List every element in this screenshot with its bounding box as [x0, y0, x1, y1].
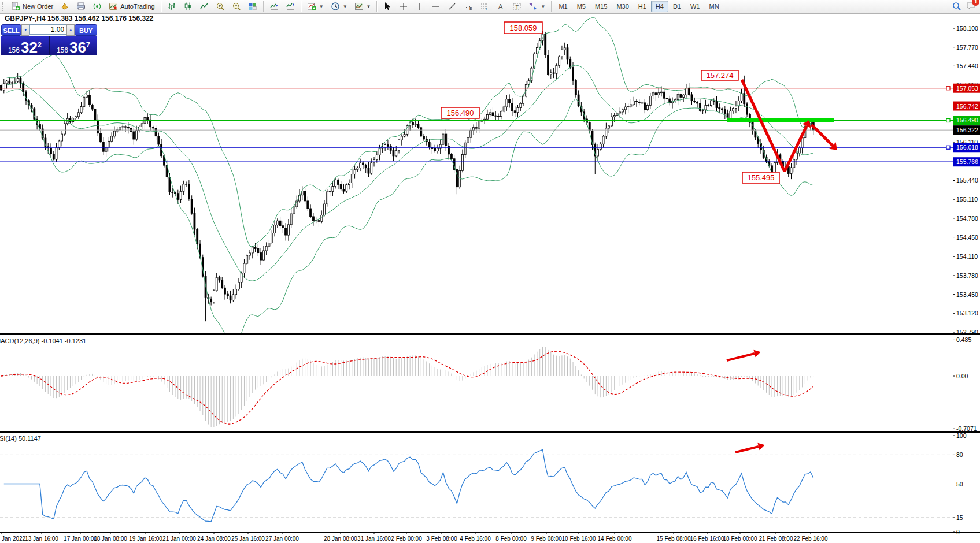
market-watch-button[interactable] — [57, 0, 73, 13]
toolbar-grip[interactable] — [2, 2, 6, 11]
new-order-button[interactable]: New Order — [8, 0, 57, 13]
fibonacci-tool-button[interactable]: F — [476, 0, 493, 13]
zoom-in-button[interactable] — [212, 0, 228, 13]
autotrading-button[interactable]: AutoTrading — [105, 0, 158, 13]
svg-text:156.018: 156.018 — [956, 144, 978, 151]
svg-text:156.490: 156.490 — [956, 117, 978, 124]
vertical-line-tool-button[interactable] — [412, 0, 428, 13]
svg-text:17 Jan 00:00: 17 Jan 00:00 — [64, 535, 97, 542]
chart-shift-icon — [286, 2, 295, 11]
autotrading-label: AutoTrading — [120, 3, 155, 10]
main-toolbar: New Order — [0, 0, 980, 13]
text-label-icon: T — [512, 2, 522, 11]
timeframe-m1[interactable]: M1 — [554, 1, 572, 12]
periods-button[interactable]: ▼ — [327, 0, 351, 13]
label-tool-button[interactable]: T — [509, 0, 525, 13]
volume-input[interactable] — [29, 24, 66, 35]
timeframe-m15[interactable]: M15 — [590, 1, 612, 12]
cursor-icon — [383, 2, 392, 11]
search-icon[interactable] — [952, 2, 961, 11]
text-tool-button[interactable]: A — [493, 0, 509, 13]
svg-text:-0.7071: -0.7071 — [956, 425, 977, 432]
price-chart[interactable]: 158.059157.274156.490155.495158.100157.7… — [0, 13, 980, 543]
svg-text:31 Jan 16:00: 31 Jan 16:00 — [357, 535, 391, 542]
svg-text:27 Jan 00:00: 27 Jan 00:00 — [265, 535, 299, 542]
svg-text:18 Feb 00:00: 18 Feb 00:00 — [723, 535, 757, 542]
svg-text:50: 50 — [956, 481, 963, 488]
bid-price[interactable]: 156 32 2 — [1, 36, 50, 55]
svg-text:157.440: 157.440 — [956, 62, 978, 69]
svg-text:4 Feb 16:00: 4 Feb 16:00 — [460, 535, 491, 542]
sell-button[interactable]: SELL — [1, 24, 21, 36]
svg-text:T: T — [516, 4, 519, 10]
cursor-tool-button[interactable] — [379, 0, 395, 13]
macd-indicator-label: MACD(12,26,9) -0.1041 -0.1231 — [0, 337, 86, 344]
svg-text:3 Feb 08:00: 3 Feb 08:00 — [426, 535, 457, 542]
candlestick-chart-button[interactable] — [180, 0, 196, 13]
ask-pip-digit: 7 — [86, 36, 90, 54]
svg-text:0.485: 0.485 — [956, 336, 971, 343]
indicators-button[interactable]: ▼ — [304, 0, 327, 13]
toolbar-separator — [301, 1, 301, 12]
crosshair-tool-button[interactable] — [395, 0, 412, 13]
timeframe-mn[interactable]: MN — [704, 1, 723, 12]
svg-text:0: 0 — [956, 529, 960, 535]
templates-button[interactable]: ▼ — [351, 0, 375, 13]
svg-text:F: F — [486, 7, 488, 11]
timeframe-h4[interactable]: H4 — [651, 1, 668, 12]
timeframe-m30[interactable]: M30 — [612, 1, 633, 12]
svg-text:158.100: 158.100 — [956, 25, 978, 32]
toolbar-right-group: 1 — [952, 1, 980, 12]
svg-text:14 Feb 00:00: 14 Feb 00:00 — [598, 535, 632, 542]
print-button[interactable] — [73, 0, 89, 13]
auto-scroll-button[interactable] — [266, 0, 282, 13]
svg-text:19 Jan 16:00: 19 Jan 16:00 — [129, 535, 162, 542]
svg-text:157.053: 157.053 — [956, 85, 978, 92]
line-chart-button[interactable] — [196, 0, 212, 13]
timeframe-m5[interactable]: M5 — [572, 1, 590, 12]
toolbar-separator — [263, 1, 264, 12]
svg-text:28 Jan 08:00: 28 Jan 08:00 — [324, 535, 357, 542]
svg-text:100: 100 — [956, 432, 967, 439]
horizontal-line-tool-button[interactable] — [428, 0, 444, 13]
timeframe-h1[interactable]: H1 — [634, 1, 651, 12]
ask-price[interactable]: 156 36 7 — [50, 36, 97, 55]
svg-text:156.742: 156.742 — [956, 103, 978, 110]
candlestick-chart-icon — [183, 2, 193, 11]
volume-increase-button[interactable]: ▲ — [66, 24, 75, 36]
arrows-tool-button[interactable]: ▼ — [525, 0, 549, 13]
one-click-trading-panel: SELL ▼ ▲ BUY 156 32 2 156 36 7 — [1, 24, 97, 55]
channel-tool-button[interactable]: E — [460, 0, 476, 13]
chart-shift-button[interactable] — [282, 0, 298, 13]
arrows-icon — [528, 2, 538, 11]
bar-chart-button[interactable] — [164, 0, 180, 13]
volume-decrease-button[interactable]: ▼ — [21, 24, 29, 36]
trendline-tool-button[interactable] — [444, 0, 460, 13]
svg-text:153.120: 153.120 — [956, 310, 978, 317]
ask-prefix: 156 — [57, 46, 68, 54]
buy-button[interactable]: BUY — [75, 24, 97, 36]
indicators-icon — [307, 2, 316, 11]
svg-text:9 Feb 08:00: 9 Feb 08:00 — [531, 535, 562, 542]
timeframe-d1[interactable]: D1 — [668, 1, 686, 12]
notifications-button[interactable]: 1 — [966, 1, 975, 12]
svg-text:154.110: 154.110 — [956, 253, 978, 260]
arrows-caret: ▼ — [541, 4, 545, 9]
toolbar-separator — [376, 1, 377, 12]
chart-title-ohlc: GBPJPY-,H4 156.383 156.462 156.176 156.3… — [5, 14, 154, 23]
zoom-out-icon — [232, 2, 241, 11]
svg-text:155.110: 155.110 — [956, 196, 978, 203]
svg-text:E: E — [469, 6, 472, 10]
tile-windows-button[interactable] — [245, 0, 261, 13]
timeframe-w1[interactable]: W1 — [686, 1, 705, 12]
zoom-out-button[interactable] — [228, 0, 245, 13]
templates-icon — [354, 2, 364, 11]
svg-text:155.766: 155.766 — [956, 158, 978, 165]
svg-text:157.274: 157.274 — [707, 71, 734, 80]
clock-icon — [331, 2, 340, 11]
signal-button[interactable] — [89, 0, 105, 13]
svg-text:A: A — [498, 3, 503, 10]
ask-big-digits: 36 — [69, 40, 86, 54]
svg-text:155.440: 155.440 — [956, 177, 978, 184]
svg-text:156.322: 156.322 — [956, 127, 978, 133]
